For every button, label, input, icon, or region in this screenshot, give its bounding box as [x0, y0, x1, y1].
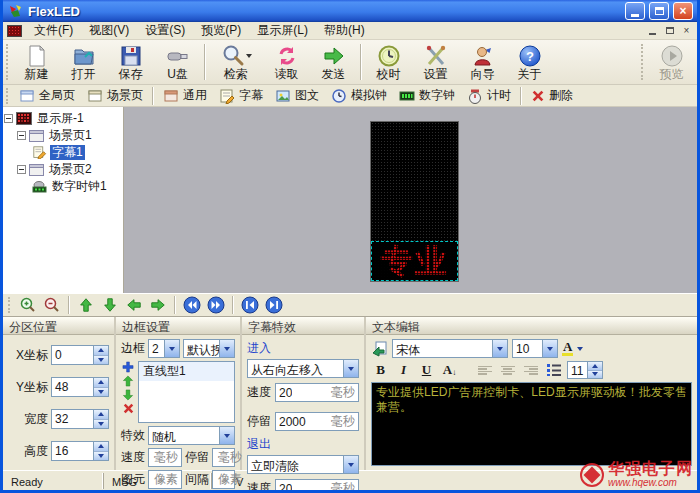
subtitle-button[interactable]: 字幕: [213, 86, 269, 106]
dropdown-arrow-icon[interactable]: [343, 360, 358, 377]
spin-up-icon[interactable]: [94, 442, 108, 452]
wizard-button[interactable]: 向导: [459, 41, 506, 83]
bold-button[interactable]: B: [371, 361, 390, 379]
menu-help[interactable]: 帮助(H): [316, 21, 373, 40]
border-stay-input[interactable]: 2000毫秒: [212, 448, 235, 467]
menu-preview[interactable]: 预览(P): [193, 21, 249, 40]
color-dropdown-arrow-icon[interactable]: [577, 347, 583, 351]
dropdown-arrow-icon[interactable]: [542, 340, 557, 357]
digital-clock-button[interactable]: 数字钟: [393, 86, 461, 106]
new-button[interactable]: 新建: [13, 41, 60, 83]
line-spacing-stepper[interactable]: 11: [567, 361, 603, 379]
border-style-list[interactable]: 直线型1: [138, 361, 235, 423]
search-dropdown-arrow-icon[interactable]: [246, 54, 252, 58]
move-up-button[interactable]: [122, 375, 134, 387]
menu-file[interactable]: 文件(F): [26, 21, 81, 40]
tree-item-scene-page-2[interactable]: 场景页2: [4, 161, 122, 178]
led-display-panel[interactable]: 专业: [371, 122, 458, 281]
subtitle-zone[interactable]: 专业: [371, 241, 458, 281]
dropdown-arrow-icon[interactable]: [219, 340, 234, 357]
spin-up-icon[interactable]: [94, 346, 108, 356]
spin-up-icon[interactable]: [94, 410, 108, 420]
move-down-button[interactable]: [122, 389, 134, 401]
width-stepper[interactable]: 32: [51, 409, 109, 429]
mdi-restore-button[interactable]: [661, 24, 678, 38]
mdi-close-button[interactable]: ×: [678, 24, 695, 38]
toolbar-drag-handle[interactable]: [641, 44, 645, 80]
settings-button[interactable]: 设置: [412, 41, 459, 83]
move-right-button[interactable]: [147, 295, 169, 315]
prev-page-button[interactable]: [181, 295, 203, 315]
border-gap-input[interactable]: 4像素: [212, 470, 235, 489]
collapse-toggle-icon[interactable]: [17, 131, 26, 140]
scene-page-button[interactable]: 场景页: [81, 86, 149, 106]
timer-button[interactable]: 计时: [461, 86, 517, 106]
search-button[interactable]: 检索: [209, 41, 263, 83]
border-effect-select[interactable]: 随机: [148, 426, 235, 445]
spin-down-icon[interactable]: [588, 371, 602, 379]
minimize-button[interactable]: [625, 2, 645, 20]
dropdown-arrow-icon[interactable]: [492, 340, 507, 357]
usb-button[interactable]: U盘: [154, 41, 201, 83]
close-button[interactable]: ×: [673, 2, 693, 20]
border-speed-input[interactable]: 50毫秒: [148, 448, 182, 467]
dropdown-arrow-icon[interactable]: [343, 456, 358, 473]
font-size-select[interactable]: 10: [512, 339, 558, 358]
font-family-select[interactable]: 宋体: [392, 339, 508, 358]
font-color-button[interactable]: A: [562, 340, 583, 358]
border-width-select[interactable]: 2: [148, 339, 180, 358]
stay-input[interactable]: 2000毫秒: [275, 412, 359, 431]
dropdown-arrow-icon[interactable]: [164, 340, 179, 357]
global-page-button[interactable]: 全局页: [13, 86, 81, 106]
spin-down-icon[interactable]: [94, 420, 108, 429]
import-text-icon[interactable]: [371, 340, 388, 357]
height-stepper[interactable]: 16: [51, 441, 109, 461]
move-left-button[interactable]: [123, 295, 145, 315]
save-button[interactable]: 保存: [107, 41, 154, 83]
picture-text-button[interactable]: 图文: [269, 86, 325, 106]
align-center-icon[interactable]: [498, 361, 517, 379]
remove-border-button[interactable]: [123, 403, 134, 414]
send-button[interactable]: 发送: [310, 41, 357, 83]
mdi-minimize-button[interactable]: [644, 24, 661, 38]
exit-effect-select[interactable]: 立即清除: [247, 455, 359, 474]
menu-display[interactable]: 显示屏(L): [249, 21, 316, 40]
add-border-button[interactable]: [122, 361, 134, 373]
spin-down-icon[interactable]: [94, 356, 108, 365]
spin-up-icon[interactable]: [588, 362, 602, 371]
underline-button[interactable]: U: [417, 361, 436, 379]
enter-effect-select[interactable]: 从右向左移入: [247, 359, 359, 378]
collapse-toggle-icon[interactable]: [4, 114, 13, 123]
toolbar-drag-handle[interactable]: [8, 297, 12, 313]
enter-speed-input[interactable]: 20毫秒: [275, 383, 359, 402]
spin-down-icon[interactable]: [94, 388, 108, 397]
menu-settings[interactable]: 设置(S): [137, 21, 193, 40]
analog-clock-button[interactable]: 模拟钟: [325, 86, 393, 106]
read-button[interactable]: 读取: [263, 41, 310, 83]
exit-speed-input[interactable]: 20毫秒: [275, 479, 359, 493]
last-page-button[interactable]: [263, 295, 285, 315]
border-list-item[interactable]: 直线型1: [139, 362, 234, 381]
text-case-button[interactable]: A↓: [440, 361, 459, 379]
maximize-button[interactable]: [649, 2, 669, 20]
time-sync-button[interactable]: 校时: [365, 41, 412, 83]
tree-item-scene-page-1[interactable]: 场景页1: [4, 127, 122, 144]
toolbar-drag-handle[interactable]: [6, 88, 10, 104]
move-up-button[interactable]: [75, 295, 97, 315]
align-left-icon[interactable]: [475, 361, 494, 379]
next-page-button[interactable]: [205, 295, 227, 315]
border-corner-select[interactable]: 默认拐角: [183, 339, 235, 358]
border-pixel-input[interactable]: 4像素: [148, 470, 182, 489]
toolbar-drag-handle[interactable]: [6, 44, 10, 80]
about-button[interactable]: ? 关于: [506, 41, 553, 83]
tree-item-subtitle-1[interactable]: 字幕1: [4, 144, 122, 161]
open-button[interactable]: 打开: [60, 41, 107, 83]
dropdown-arrow-icon[interactable]: [219, 427, 234, 444]
zoom-out-button[interactable]: [41, 295, 63, 315]
delete-button[interactable]: 删除: [525, 86, 579, 106]
spin-up-icon[interactable]: [94, 378, 108, 388]
preview-button[interactable]: 预览: [648, 41, 695, 83]
align-right-icon[interactable]: [521, 361, 540, 379]
first-page-button[interactable]: [239, 295, 261, 315]
italic-button[interactable]: I: [394, 361, 413, 379]
